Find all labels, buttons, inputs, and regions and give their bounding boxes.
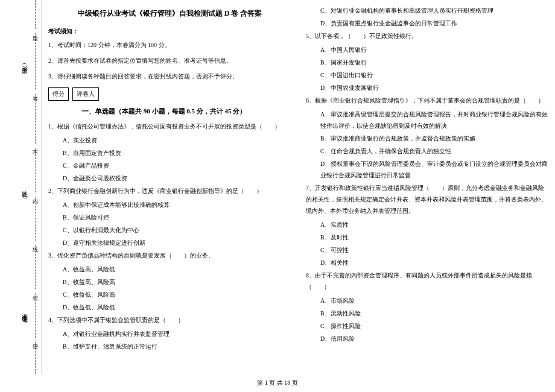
q7-opt-c: C、可控性 xyxy=(320,244,549,256)
q5-stem: 5、以下各项，（ ）不是政策性银行。 xyxy=(306,30,549,42)
field-ticket: 准考证号 xyxy=(20,309,28,314)
seal-label-6: 题 xyxy=(31,30,39,33)
q8-stem: 8、由于不完善的内部资金管理程序、有问题的人员或外部事件所造成损失的风险是指（ … xyxy=(306,270,549,292)
q2-opt-c: C、以银行利润最大化为中心 xyxy=(63,224,291,236)
q7-opt-d: D、相关性 xyxy=(320,257,549,268)
notice-2: 2、请首先按要求在试卷的指定位置填写您的姓名、准考证号等信息。 xyxy=(48,56,291,66)
section-1-title: 一、单选题（本题共 90 小题，每题 0.5 分，共计 45 分） xyxy=(82,107,291,116)
q2: 2、下列商业银行金融创新行为中，违反《商业银行金融创新指导》的是（ ） A、创新… xyxy=(48,185,291,250)
marker-box: 评卷人 xyxy=(72,87,99,101)
score-row: 得分 评卷人 xyxy=(48,87,291,101)
q7-opt-a: A、实质性 xyxy=(320,219,549,230)
q8: 8、由于不完善的内部资金管理程序、有问题的人员或外部事件所造成损失的风险是指（ … xyxy=(306,270,549,346)
q2-opt-b: B、保证风险可控 xyxy=(63,212,291,223)
exam-title: 中级银行从业考试《银行管理》自我检测试题 D 卷 含答案 xyxy=(48,8,291,19)
q2-stem: 2、下列商业银行金融创新行为中，违反《商业银行金融创新指导》的是（ ） xyxy=(48,185,291,197)
label-name: 姓名 xyxy=(20,186,28,189)
q6-opt-c: C、任命合规负责人，并确保合规负责人的独立性 xyxy=(320,145,549,157)
q3: 3、优化资产负债品种结构的原则就是要发展（ ）的业务。 A、收益高、风险低 B、… xyxy=(48,250,291,314)
q4-opt-a: A、对银行业金融机构实行并表监督管理 xyxy=(63,328,291,340)
q8-opt-d: D、信用风险 xyxy=(320,333,549,344)
q6-opt-d: D、授权董事会下设的风险管理委员会、审计委员会或专门设立的合规管理委员会对商业银… xyxy=(320,158,549,181)
content-area: 中级银行从业考试《银行管理》自我检测试题 D 卷 含答案 考试须知： 1、考试时… xyxy=(48,5,549,374)
q3-opt-c: C、收益低、风险高 xyxy=(63,289,291,300)
q1-opt-a: A、实业投资 xyxy=(63,134,291,146)
label-province: 省（市区） xyxy=(20,60,28,66)
label-ticket: 准考证号 xyxy=(20,309,28,314)
q7: 7、开发银行和政策性银行应当遵循风险管理（ ）原则，充分考虑金融业务和金融风险的… xyxy=(306,182,549,270)
q4-opt-d: D、负责国有重点银行业金融监事会的日常管理工作 xyxy=(320,17,549,29)
q6-opt-b: B、审议批准商业银行的合规政策，并监督合规政策的实施 xyxy=(320,133,549,144)
q3-opt-b: B、收益高、风险高 xyxy=(63,276,291,288)
q1-stem: 1、根据《信托公司管理办法》，信托公司固有投资业务不可开展的投资类型是（ ） xyxy=(48,121,291,132)
seal-label-5: 答 xyxy=(31,90,39,93)
q3-opt-a: A、收益高、风险低 xyxy=(63,264,291,275)
q5-opt-a: A、中国人民银行 xyxy=(320,44,549,55)
seal-label-2: 线 xyxy=(31,241,39,244)
seal-dash-line xyxy=(35,0,36,374)
q3-opt-d: D、收益低、风险低 xyxy=(63,302,291,313)
q5-opt-d: D、中国农业发展银行 xyxy=(320,82,549,93)
q2-opt-d: D、遵守相关法律规定进行创新 xyxy=(63,237,291,248)
q5-opt-b: B、国家开发银行 xyxy=(320,57,549,68)
page-footer: 第 1 页 共 18 页 xyxy=(0,379,555,387)
q8-opt-a: A、市场风险 xyxy=(320,295,549,306)
seal-label-0: 密 xyxy=(31,338,39,340)
seal-label-4: 不 xyxy=(31,145,39,147)
exam-sidebar: 省（市区） 姓名 准考证号 xyxy=(0,0,42,374)
q6-stem: 6、根据《商业银行合规风险管理指引》，下列不属于董事会的合规管理职责的是（ ） xyxy=(306,95,549,106)
field-province: 省（市区） xyxy=(20,60,28,66)
notice-1: 1、考试时间：120 分钟，本卷满分为 100 分。 xyxy=(48,40,291,50)
right-column: C、对银行业金融机构的董事长和高级管理人员实行任职资格管理 D、负责国有重点银行… xyxy=(306,5,549,374)
q7-opt-b: B、及时性 xyxy=(320,232,549,243)
q1-opt-b: B、自用固定资产投资 xyxy=(63,147,291,159)
q4-opt-b: B、维护支付、清算系统的正常运行 xyxy=(63,341,291,352)
left-column: 中级银行从业考试《银行管理》自我检测试题 D 卷 含答案 考试须知： 1、考试时… xyxy=(48,5,291,374)
field-name: 姓名 xyxy=(20,186,28,189)
q6: 6、根据《商业银行合规风险管理指引》，下列不属于董事会的合规管理职责的是（ ） … xyxy=(306,95,549,182)
q3-stem: 3、优化资产负债品种结构的原则就是要发展（ ）的业务。 xyxy=(48,250,291,261)
q1: 1、根据《信托公司管理办法》，信托公司固有投资业务不可开展的投资类型是（ ） A… xyxy=(48,121,291,185)
q7-stem: 7、开发银行和政策性银行应当遵循风险管理（ ）原则，充分考虑金融业务和金融风险的… xyxy=(306,182,549,217)
q4-stem: 4、下列选项中不属于银监会监管职责的是（ ） xyxy=(48,314,291,326)
score-box: 得分 xyxy=(48,87,69,101)
q4-opt-c: C、对银行业金融机构的董事长和高级管理人员实行任职资格管理 xyxy=(320,5,549,16)
q5: 5、以下各项，（ ）不是政策性银行。 A、中国人民银行 B、国家开发银行 C、中… xyxy=(306,30,549,95)
notice-3: 3、请仔细阅读各种题目的回答要求，在密封线内答题，否则不予评分。 xyxy=(48,72,291,81)
seal-label-1: 封 xyxy=(31,289,39,292)
q5-opt-c: C、中国进出口银行 xyxy=(320,69,549,81)
sidebar-fields: 省（市区） 姓名 准考证号 xyxy=(12,0,36,374)
notice-heading: 考试须知： xyxy=(48,27,291,36)
q1-opt-d: D、金融类公司股权投资 xyxy=(63,172,291,184)
q8-opt-b: B、流动性风险 xyxy=(320,308,549,319)
seal-label-3: 内 xyxy=(31,193,39,195)
q1-opt-c: C、金融产品投资 xyxy=(63,160,291,171)
q4: 4、下列选项中不属于银监会监管职责的是（ ） A、对银行业金融机构实行并表监督管… xyxy=(48,314,291,353)
q8-opt-c: C、操作性风险 xyxy=(320,320,549,332)
q6-opt-a: A、审议批准高级管理层提交的合规风险管理报告，并对商业银行管理合规风险的有效性作… xyxy=(320,109,549,131)
q2-opt-a: A、创新中保证成本能够比较准确的核算 xyxy=(63,199,291,210)
